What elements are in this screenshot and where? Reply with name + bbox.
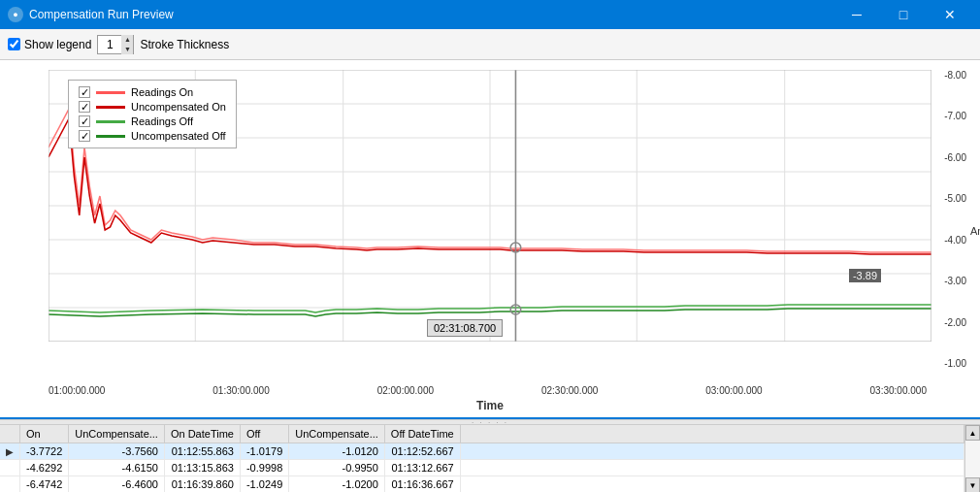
col-off[interactable]: Off: [240, 425, 288, 443]
x-axis-labels: 01:00:00.000 01:30:00.000 02:00:00.000 0…: [49, 385, 927, 396]
legend-item-readings-off: ✓ Readings Off: [79, 115, 226, 127]
legend-checkbox-uncomp-off[interactable]: ✓: [79, 130, 90, 142]
legend-checkbox-readings-on[interactable]: ✓: [79, 86, 90, 98]
y-label-1: -1.00: [944, 358, 966, 369]
legend-label-readings-off: Readings Off: [131, 115, 193, 127]
row-arrow-3: [0, 476, 20, 493]
stroke-thickness-label: Stroke Thickness: [140, 38, 229, 51]
x-label-3: 02:00:00.000: [377, 385, 434, 396]
x-label-crosshair: 02:30:00.000: [541, 385, 598, 396]
window-title: Compensation Run Preview: [29, 8, 834, 21]
chart-area: ✓ Readings On ✓ Uncompensated On ✓ Readi…: [0, 60, 980, 419]
show-legend-label: Show legend: [24, 38, 91, 51]
col-on[interactable]: On: [20, 425, 69, 443]
legend-line-readings-off: [96, 120, 125, 123]
legend-checkbox-readings-off[interactable]: ✓: [79, 115, 90, 127]
show-legend-checkbox-label[interactable]: Show legend: [8, 38, 91, 51]
spinner-buttons: ▲ ▼: [121, 35, 133, 54]
legend-checkbox-uncomp-on[interactable]: ✓: [79, 101, 90, 113]
cell-off-dt-3: 01:16:36.667: [384, 476, 460, 493]
cell-empty-2: [460, 460, 964, 476]
stroke-thickness-value[interactable]: 1: [98, 38, 121, 51]
vertical-scrollbar[interactable]: ▲ ▼: [964, 425, 980, 492]
table-header: On UnCompensate... On DateTime Off UnCom…: [0, 425, 964, 443]
y-label-8: -8.00: [944, 70, 966, 81]
x-label-2: 01:30:00.000: [212, 385, 269, 396]
cell-uncomp-on-3: -6.4600: [69, 476, 165, 493]
col-uncomp-off[interactable]: UnCompensate...: [289, 425, 385, 443]
cell-off-1: -1.0179: [240, 443, 288, 460]
cell-empty-3: [460, 476, 964, 493]
cell-empty-1: [460, 443, 964, 460]
y-axis-labels: -8.00 -7.00 -6.00 -5.00 -4.00 -3.00 -2.0…: [928, 70, 966, 369]
cell-uncomp-off-3: -1.0200: [289, 476, 385, 493]
chart-tooltip: 02:31:08.700: [427, 319, 503, 337]
table-scroll-area[interactable]: On UnCompensate... On DateTime Off UnCom…: [0, 425, 964, 492]
x-label-5: 03:30:00.000: [870, 385, 927, 396]
table-scrollbar-wrap: On UnCompensate... On DateTime Off UnCom…: [0, 425, 980, 492]
cell-on-3: -6.4742: [20, 476, 69, 493]
legend-label-uncomp-on: Uncompensated On: [131, 101, 226, 113]
maximize-button[interactable]: □: [881, 0, 926, 29]
chart-legend: ✓ Readings On ✓ Uncompensated On ✓ Readi…: [68, 80, 237, 148]
y-label-7: -7.00: [944, 111, 966, 121]
show-legend-checkbox[interactable]: [8, 38, 20, 50]
cell-on-1: -3.7722: [20, 443, 69, 460]
scrollbar-track[interactable]: [965, 441, 980, 477]
cell-on-dt-3: 01:16:39.860: [164, 476, 240, 493]
cell-off-2: -0.9998: [240, 460, 288, 476]
cell-uncomp-off-2: -0.9950: [289, 460, 385, 476]
main-area: ✓ Readings On ✓ Uncompensated On ✓ Readi…: [0, 60, 980, 492]
legend-line-uncomp-on: [96, 106, 125, 109]
cell-on-dt-1: 01:12:55.863: [164, 443, 240, 460]
value-badge-text: -3.89: [853, 270, 877, 281]
legend-line-readings-on: [96, 91, 125, 94]
window-controls: ─ □ ✕: [834, 0, 972, 29]
x-axis-title-text: Time: [476, 399, 504, 412]
data-table-wrap: · · · · · On UnCompensate... On DateTime…: [0, 419, 980, 492]
arrow-icon: ▶: [6, 446, 14, 457]
cell-on-2: -4.6292: [20, 460, 69, 476]
table-body: ▶ -3.7722 -3.7560 01:12:55.863 -1.0179 -…: [0, 443, 964, 493]
data-table: On UnCompensate... On DateTime Off UnCom…: [0, 425, 964, 492]
spinner-down-button[interactable]: ▼: [121, 45, 133, 54]
scrollbar-down-button[interactable]: ▼: [965, 477, 980, 492]
cell-uncomp-on-2: -4.6150: [69, 460, 165, 476]
x-label-1: 01:00:00.000: [49, 385, 105, 396]
x-axis-title: Time: [0, 399, 980, 412]
y-label-6: -6.00: [944, 152, 966, 163]
legend-line-uncomp-off: [96, 135, 125, 138]
table-row[interactable]: -4.6292 -4.6150 01:13:15.863 -0.9998 -0.…: [0, 460, 964, 476]
y-label-5: -5.00: [944, 193, 966, 204]
titlebar: ● Compensation Run Preview ─ □ ✕: [0, 0, 980, 29]
col-uncomp-on[interactable]: UnCompensate...: [69, 425, 165, 443]
legend-item-uncomp-on: ✓ Uncompensated On: [79, 101, 226, 113]
spinner-up-button[interactable]: ▲: [121, 35, 133, 45]
tooltip-time: 02:31:08.700: [434, 322, 496, 334]
scrollbar-up-button[interactable]: ▲: [965, 425, 980, 441]
y-label-3: -3.00: [944, 276, 966, 286]
stroke-thickness-spinner[interactable]: 1 ▲ ▼: [97, 35, 134, 54]
table-row[interactable]: ▶ -3.7722 -3.7560 01:12:55.863 -1.0179 -…: [0, 443, 964, 460]
col-off-dt[interactable]: Off DateTime: [384, 425, 460, 443]
cell-on-dt-2: 01:13:15.863: [164, 460, 240, 476]
toolbar: Show legend 1 ▲ ▼ Stroke Thickness: [0, 29, 980, 60]
row-arrow-1: ▶: [0, 443, 20, 460]
legend-label-uncomp-off: Uncompensated Off: [131, 130, 226, 142]
y-label-4: -4.00: [944, 235, 966, 246]
cell-off-dt-2: 01:13:12.667: [384, 460, 460, 476]
table-row[interactable]: -6.4742 -6.4600 01:16:39.860 -1.0249 -1.…: [0, 476, 964, 493]
col-empty: [460, 425, 964, 443]
cell-uncomp-on-1: -3.7560: [69, 443, 165, 460]
col-on-dt[interactable]: On DateTime: [164, 425, 240, 443]
col-arrow[interactable]: [0, 425, 20, 443]
cell-off-3: -1.0249: [240, 476, 288, 493]
legend-label-readings-on: Readings On: [131, 86, 193, 98]
legend-item-readings-on: ✓ Readings On: [79, 86, 226, 98]
close-button[interactable]: ✕: [928, 0, 972, 29]
value-badge: -3.89: [849, 269, 881, 282]
app-icon: ●: [8, 7, 23, 22]
y-label-2: -2.00: [944, 317, 966, 328]
row-arrow-2: [0, 460, 20, 476]
minimize-button[interactable]: ─: [834, 0, 879, 29]
